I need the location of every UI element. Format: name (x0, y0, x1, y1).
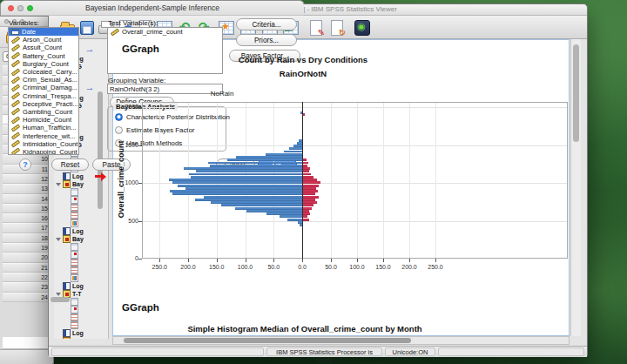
row-number-21[interactable]: 21 (3, 263, 51, 273)
outline-child-item[interactable] (54, 243, 108, 251)
outline-item-label: Log (72, 330, 84, 336)
outline-child-item[interactable] (54, 313, 108, 321)
outline-item-log[interactable]: Log (54, 227, 108, 235)
variable-item[interactable]: Assult_Count (9, 44, 78, 51)
processor-status: IBM SPSS Statistics Processor is ready (266, 347, 382, 356)
refresh-output-icon[interactable]: ↻ (327, 18, 345, 36)
scale-variable-icon (11, 44, 20, 51)
outline-item-label: Log (72, 228, 84, 234)
row-number-20[interactable]: 20 (3, 253, 51, 262)
scrollbar-thumb[interactable] (573, 44, 579, 142)
title-icon (71, 188, 78, 196)
radio-button[interactable] (115, 126, 123, 134)
ok-button[interactable]: OK (258, 158, 297, 171)
variable-item[interactable]: Kidnapping_Count (9, 148, 78, 155)
save-icon[interactable] (78, 18, 95, 36)
test-variables-list[interactable]: Overall_crime_count (107, 27, 223, 74)
radio-label: Characterize Posterior Distribution (126, 113, 230, 121)
outline-item-bay[interactable]: Bay (54, 235, 108, 243)
outline-child-item[interactable] (54, 251, 108, 259)
variable-label: Assult_Count (23, 44, 62, 51)
criteria-button[interactable]: Criteria... (236, 18, 297, 30)
variable-item[interactable]: Criminal_Trespa... (9, 92, 78, 100)
outline-child-item[interactable] (54, 212, 108, 219)
outline-item-gg[interactable]: GG (54, 337, 108, 339)
variable-label: Criminal_Trespa... (23, 92, 77, 100)
row-number-13[interactable]: 13 (3, 184, 51, 193)
collapse-triangle-icon[interactable] (56, 337, 61, 339)
row-number-12[interactable]: 12 (3, 174, 51, 184)
variable-item[interactable]: Date (9, 28, 78, 36)
move-to-test-arrow-button[interactable]: → (83, 44, 97, 55)
variable-item[interactable]: Crim_Sexual_As... (9, 76, 78, 84)
notes-icon (71, 306, 78, 313)
radio-label: Estimate Bayes Factor (126, 126, 194, 134)
radio-button[interactable] (115, 139, 123, 147)
radio-option[interactable]: Characterize Posterior Distribution (115, 113, 230, 121)
variable-item[interactable]: Interference_wit... (9, 131, 78, 139)
outline-child-item[interactable] (54, 266, 108, 274)
spacer (56, 227, 61, 235)
scrollbar-thumb[interactable] (124, 338, 411, 343)
radio-button[interactable] (115, 113, 123, 121)
row-number-19[interactable]: 19 (3, 243, 51, 253)
variable-item[interactable]: Arson_Count (9, 36, 78, 44)
outline-child-item[interactable] (54, 259, 108, 266)
test-variable-item[interactable]: Overall_crime_count (108, 28, 222, 36)
row-number-24[interactable]: 24 (3, 293, 51, 302)
variable-item[interactable]: Homicide_Count (9, 116, 78, 124)
title-icon (71, 243, 78, 251)
outline-child-item[interactable] (54, 274, 108, 282)
outline-horizontal-scrollbar[interactable] (51, 297, 70, 302)
variable-item[interactable]: Deceptive_Practi... (9, 100, 78, 108)
reset-button[interactable]: Reset (51, 158, 89, 171)
variable-item[interactable]: Criminal_Damag... (9, 84, 78, 91)
row-number-22[interactable]: 22 (3, 273, 51, 282)
variable-item[interactable]: Battery_Count (9, 52, 78, 60)
outline-child-item[interactable] (54, 321, 108, 329)
collapse-triangle-icon[interactable] (56, 235, 61, 243)
outline-child-item[interactable] (54, 219, 108, 227)
outline-item-log[interactable]: Log (54, 282, 108, 290)
variable-item[interactable]: Gambling_Count (9, 108, 78, 116)
variable-item[interactable]: Burglary_Count (9, 60, 78, 68)
row-number-18[interactable]: 18 (3, 233, 51, 243)
collapse-triangle-icon[interactable] (56, 180, 61, 188)
designated-window-icon[interactable]: ◉ (353, 18, 370, 36)
bay-icon (63, 180, 71, 188)
variable-item[interactable]: Intimidation_Count (9, 140, 78, 148)
outline-child-item[interactable] (54, 306, 108, 313)
cancel-button[interactable]: Cancel (216, 158, 255, 171)
help-button[interactable]: ? (19, 158, 31, 171)
outline-item-log[interactable]: Log (54, 329, 108, 337)
radio-option[interactable]: Estimate Bayes Factor (115, 126, 194, 134)
gg-icon (63, 337, 71, 339)
move-to-grouping-arrow-button[interactable]: → (83, 82, 97, 93)
stats-icon (71, 259, 78, 266)
data-editor-footer (0, 349, 52, 364)
bayes-factor-button[interactable]: Bayes Factor... (229, 50, 300, 62)
outline-vertical-scrollbar[interactable] (98, 91, 103, 209)
content-horizontal-scrollbar[interactable] (112, 336, 570, 345)
current-item-arrow (95, 172, 107, 180)
grouping-variable-field[interactable]: RainOrNotN(3 2) (107, 84, 223, 94)
variable-item[interactable]: Colcealed_Carry... (9, 68, 78, 76)
edit-output-icon[interactable]: ✎ (307, 18, 324, 36)
priors-button[interactable]: Priors... (236, 34, 297, 46)
title-icon (71, 298, 78, 306)
variable-label: Battery_Count (23, 52, 65, 60)
row-number-15[interactable]: 15 (3, 204, 51, 213)
scale-variable-icon (11, 36, 20, 44)
variable-label: Human_Trafficin... (23, 124, 77, 131)
paste-button[interactable]: Paste (92, 158, 131, 171)
row-number-17[interactable]: 17 (3, 223, 51, 233)
variable-item[interactable]: Human_Trafficin... (9, 124, 78, 131)
row-number-23[interactable]: 23 (3, 282, 51, 292)
content-vertical-scrollbar[interactable] (570, 39, 581, 336)
radio-option[interactable]: Use Both Methods (115, 139, 182, 147)
traffic-lights[interactable] (8, 5, 33, 11)
outline-item-label: T-T (72, 291, 82, 297)
row-number-14[interactable]: 14 (3, 194, 51, 204)
variables-list[interactable]: DateArson_CountAssult_CountBattery_Count… (8, 27, 79, 155)
row-number-16[interactable]: 16 (3, 213, 51, 223)
